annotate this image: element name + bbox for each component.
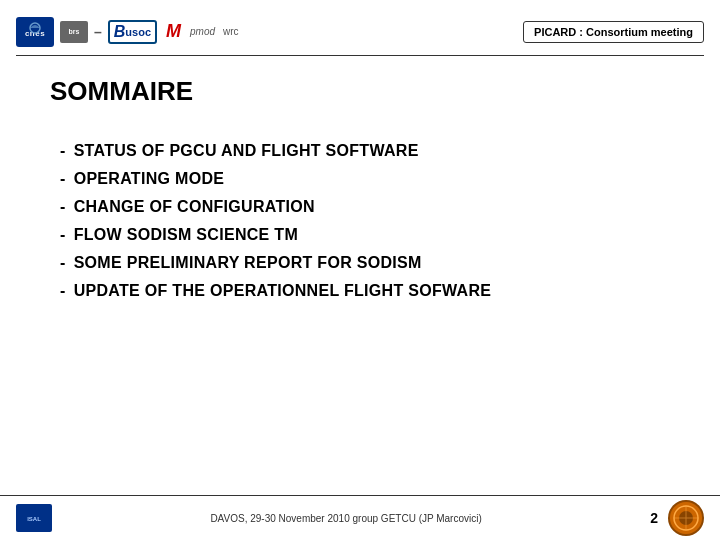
menu-item-4: -FLOW SODISM SCIENCE TM bbox=[60, 221, 680, 249]
svg-text:ISAL: ISAL bbox=[27, 516, 41, 522]
header: cnes brs – B usoc M pmod wrc PICARD : Co… bbox=[0, 0, 720, 55]
menu-item-5: -SOME PRELIMINARY REPORT FOR SODISM bbox=[60, 249, 680, 277]
header-title: PICARD : Consortium meeting bbox=[534, 26, 693, 38]
cnes-logo: cnes bbox=[16, 17, 54, 47]
dash-icon: - bbox=[60, 142, 66, 159]
dash-icon: - bbox=[60, 254, 66, 271]
menu-item-6: -UPDATE OF THE OPERATIONNEL FLIGHT SOFWA… bbox=[60, 277, 680, 305]
brs-logo: brs bbox=[60, 21, 88, 43]
logo-area: cnes brs – B usoc M pmod wrc bbox=[16, 17, 239, 47]
footer-page-number: 2 bbox=[650, 510, 658, 526]
dash-icon: - bbox=[60, 282, 66, 299]
title-badge: PICARD : Consortium meeting bbox=[523, 21, 704, 43]
wrc-label: wrc bbox=[223, 26, 239, 37]
separator-dash: – bbox=[94, 24, 102, 40]
menu-item-2: -OPERATING MODE bbox=[60, 165, 680, 193]
footer-logo: ISAL bbox=[16, 504, 52, 532]
dash-icon: - bbox=[60, 198, 66, 215]
m-logo: M bbox=[166, 21, 181, 42]
footer-emblem bbox=[668, 500, 704, 536]
menu-list: -STATUS OF PGCU AND FLIGHT SOFTWARE-OPER… bbox=[60, 137, 680, 305]
footer: ISAL DAVOS, 29-30 November 2010 group GE… bbox=[0, 495, 720, 540]
pmod-label: pmod bbox=[190, 26, 215, 37]
dash-icon: - bbox=[60, 170, 66, 187]
page-title: SOMMAIRE bbox=[50, 76, 680, 107]
busoc-b: B bbox=[114, 23, 126, 41]
busoc-usoc: usoc bbox=[125, 26, 151, 38]
footer-caption: DAVOS, 29-30 November 2010 group GETCU (… bbox=[52, 513, 640, 524]
main-content: SOMMAIRE -STATUS OF PGCU AND FLIGHT SOFT… bbox=[0, 56, 720, 315]
menu-item-3: -CHANGE OF CONFIGURATION bbox=[60, 193, 680, 221]
dash-icon: - bbox=[60, 226, 66, 243]
busoc-logo: B usoc bbox=[108, 20, 157, 44]
menu-item-1: -STATUS OF PGCU AND FLIGHT SOFTWARE bbox=[60, 137, 680, 165]
